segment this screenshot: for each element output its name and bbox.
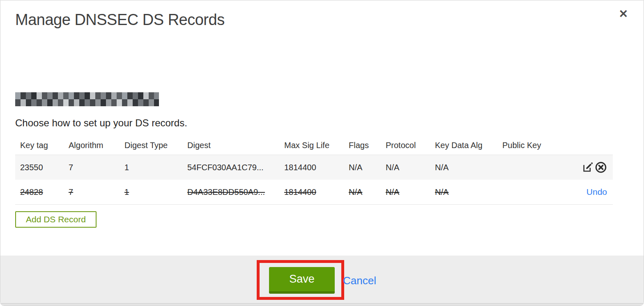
table-row: 235507154FCF030AA1C79...1814400N/AN/AN/A (15, 155, 613, 180)
table-header-row: Key tagAlgorithmDigest TypeDigestMax Sig… (15, 136, 613, 155)
row-actions: Undo (586, 187, 607, 197)
table-cell: 1814400 (279, 163, 344, 172)
undo-link[interactable]: Undo (586, 187, 607, 197)
cell-value: N/A (435, 187, 448, 197)
add-ds-record-button[interactable]: Add DS Record (15, 211, 97, 228)
cell-value: N/A (349, 187, 362, 197)
cell-value: 7 (69, 163, 73, 172)
cell-value: N/A (386, 163, 399, 172)
cell-value: 1814400 (284, 163, 316, 172)
cancel-link[interactable]: Cancel (343, 274, 376, 287)
cell-value: D4A33E8DD550A9... (187, 187, 265, 197)
redaction-pixels (15, 92, 159, 99)
cell-value: N/A (435, 163, 448, 172)
column-header: Digest (182, 141, 279, 150)
cell-value: 1 (124, 163, 129, 172)
table-cell: N/A (430, 163, 497, 172)
ds-records-table: Key tagAlgorithmDigest TypeDigestMax Sig… (15, 136, 613, 205)
table-cell: N/A (344, 187, 381, 197)
column-header: Max Sig Life (279, 141, 344, 150)
modal-bottom-edge (0, 303, 644, 306)
table-cell: D4A33E8DD550A9... (182, 187, 279, 197)
redaction-pixels (15, 99, 159, 106)
table-cell: 54FCF030AA1C79... (182, 163, 279, 172)
table-cell: N/A (381, 163, 430, 172)
table-cell: N/A (381, 187, 430, 197)
table-row: 2482871D4A33E8DD550A9...1814400N/AN/AN/A… (15, 180, 613, 205)
cell-value: N/A (349, 163, 362, 172)
column-header: Key Data Alg (430, 141, 497, 150)
table-cell: 23550 (15, 163, 64, 172)
delete-icon[interactable] (595, 161, 607, 174)
redacted-domain (15, 92, 159, 106)
column-header: Digest Type (120, 141, 182, 150)
cell-value: 1814400 (284, 187, 316, 197)
table-cell: 7 (64, 163, 120, 172)
table-cell: Undo (497, 187, 613, 197)
table-cell: N/A (344, 163, 381, 172)
cell-value: 23550 (20, 163, 43, 172)
instruction-text: Choose how to set up your DS records. (15, 117, 187, 129)
column-header: Public Key (497, 141, 613, 150)
cell-value: 24828 (20, 187, 43, 197)
close-icon[interactable]: ✕ (619, 9, 628, 20)
column-header: Flags (344, 141, 381, 150)
dialog-title: Manage DNSSEC DS Records (15, 11, 225, 29)
table-cell: 24828 (15, 187, 64, 197)
table-cell: 1 (120, 187, 182, 197)
table-body: 235507154FCF030AA1C79...1814400N/AN/AN/A… (15, 155, 613, 205)
cell-value: 7 (69, 187, 73, 197)
edit-icon[interactable] (582, 162, 593, 173)
column-header: Algorithm (64, 141, 120, 150)
table-cell: 1814400 (279, 187, 344, 197)
table-cell: 7 (64, 187, 120, 197)
row-actions (582, 161, 607, 174)
table-cell: N/A (430, 187, 497, 197)
cell-value: 54FCF030AA1C79... (187, 163, 264, 172)
cell-value: 1 (124, 187, 129, 197)
cell-value: N/A (386, 187, 399, 197)
table-cell: 1 (120, 163, 182, 172)
table-cell (497, 161, 613, 174)
save-button[interactable]: Save (269, 267, 335, 294)
manage-dnssec-dialog: Manage DNSSEC DS Records ✕ Choose how to… (0, 0, 644, 306)
column-header: Key tag (15, 141, 64, 150)
column-header: Protocol (381, 141, 430, 150)
